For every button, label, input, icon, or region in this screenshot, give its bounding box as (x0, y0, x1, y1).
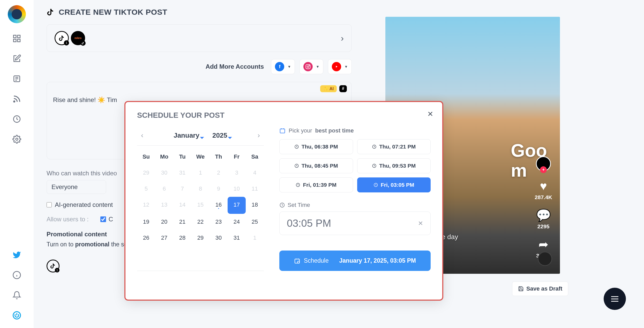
calendar-day[interactable]: 18 (246, 197, 264, 214)
allow-checkbox[interactable] (100, 216, 106, 222)
add-youtube-button[interactable]: ▼ (328, 59, 352, 74)
news-icon[interactable] (12, 74, 22, 84)
likes-stat[interactable]: ♥ 287.4K (535, 179, 552, 200)
calendar-day[interactable]: 28 (173, 230, 191, 246)
account-avatar[interactable]: mikro (71, 31, 85, 45)
clock-icon (279, 202, 285, 208)
year-select[interactable]: 2025 (212, 131, 227, 139)
calendar-day[interactable]: 29 (191, 230, 209, 246)
footer-account-avatar[interactable]: 1 (47, 260, 59, 272)
time-slot[interactable]: Thu, 09:53 PM (357, 158, 431, 173)
calendar-day: 4 (246, 165, 264, 181)
pick-best-label: best post time (315, 127, 354, 134)
power-icon[interactable] (12, 310, 22, 320)
time-slot[interactable]: Fri, 01:39 PM (279, 177, 353, 192)
calendar: ‹ January 2025 › SuMoTuWeThFrSa293031123… (137, 127, 264, 271)
svg-marker-19 (336, 66, 338, 68)
svg-rect-0 (13, 35, 16, 38)
account-avatar[interactable]: 1 (55, 31, 69, 45)
schedule-submit-button[interactable]: Schedule January 17, 2025, 03:05 PM (279, 251, 431, 271)
accounts-panel[interactable]: 1 mikro › (47, 24, 352, 52)
comment-icon: 💬 (536, 208, 551, 222)
set-time-label: Set Time (288, 202, 310, 208)
calendar-day: 12 (137, 197, 155, 214)
calendar-day[interactable]: 27 (155, 230, 173, 246)
calendar-prev-button[interactable]: ‹ (138, 130, 146, 141)
compose-icon[interactable] (12, 54, 22, 64)
preview-avatar[interactable]: + (536, 156, 551, 171)
calendar-day-head: Tu (173, 150, 191, 165)
heart-icon: ♥ (540, 179, 547, 193)
schedule-modal: SCHEDULE YOUR POST ✕ ‹ January 2025 › Su… (125, 102, 442, 300)
calendar-day[interactable]: 26 (137, 230, 155, 246)
add-instagram-button[interactable]: ▼ (299, 59, 323, 74)
calendar-day: 30 (155, 165, 173, 181)
allow-users-label: Allow users to : (47, 216, 89, 223)
chevron-down-icon: ▼ (287, 65, 291, 69)
calendar-day: 7 (173, 181, 191, 197)
calendar-day[interactable]: 30 (209, 230, 228, 246)
ai-button[interactable]: ✨ AI (320, 85, 337, 92)
add-facebook-button[interactable]: f ▼ (271, 59, 295, 74)
save-draft-button[interactable]: Save as Draft (512, 282, 568, 296)
calendar-next-button[interactable]: › (255, 130, 263, 141)
calendar-day-head: Fr (228, 150, 246, 165)
svg-point-10 (16, 138, 18, 140)
calendar-day: 1 (191, 165, 209, 181)
menu-fab[interactable] (604, 288, 626, 310)
calendar-day-head: Sa (246, 150, 264, 165)
dashboard-icon[interactable] (12, 34, 22, 43)
time-slot[interactable]: Fri, 03:05 PM (357, 177, 431, 192)
instagram-icon (303, 62, 313, 71)
month-select[interactable]: January (174, 131, 199, 139)
calendar-day-head: We (191, 150, 209, 165)
calendar-day[interactable]: 17 (228, 197, 246, 214)
add-accounts-label: Add More Accounts (206, 63, 264, 70)
calendar-day: 29 (137, 165, 155, 181)
svg-point-17 (307, 66, 309, 68)
comments-stat[interactable]: 💬 2295 (536, 208, 551, 230)
pick-label: Pick your (289, 127, 312, 134)
hashtag-button[interactable]: # (339, 85, 347, 92)
close-icon[interactable]: ✕ (427, 110, 433, 118)
time-slot[interactable]: Thu, 06:38 PM (279, 139, 353, 154)
refresh-icon[interactable] (12, 114, 22, 124)
page-title: CREATE NEW TIKTOK POST (47, 8, 352, 17)
calendar-day[interactable]: 16 (209, 197, 228, 214)
calendar-day[interactable]: 22 (191, 214, 209, 230)
bell-icon[interactable] (12, 290, 22, 300)
calendar-day[interactable]: 19 (137, 214, 155, 230)
calendar-day[interactable]: 24 (228, 214, 246, 230)
calendar-day[interactable]: 20 (155, 214, 173, 230)
app-logo[interactable] (8, 5, 26, 23)
calendar-day[interactable]: 21 (173, 214, 191, 230)
audience-select[interactable]: Everyone (47, 180, 106, 194)
calendar-day[interactable]: 31 (228, 230, 246, 246)
calendar-day[interactable]: 23 (209, 214, 228, 230)
tiktok-badge-icon (80, 41, 86, 46)
calendar-day: 1 (246, 230, 264, 246)
info-icon[interactable] (12, 270, 22, 280)
tiktok-icon (47, 8, 55, 16)
chevron-down-icon: ▼ (344, 65, 348, 69)
youtube-icon (332, 62, 341, 71)
chevron-right-icon[interactable]: › (341, 33, 344, 43)
calendar-day: 6 (155, 181, 173, 197)
avatar-badge: 1 (64, 40, 69, 45)
rss-icon[interactable] (12, 94, 22, 104)
time-slot[interactable]: Thu, 08:45 PM (279, 158, 353, 173)
ai-generated-label: AI-generated content (55, 201, 113, 208)
gear-icon[interactable] (12, 134, 22, 144)
time-slot[interactable]: Thu, 07:21 PM (357, 139, 431, 154)
clear-time-button[interactable]: ✕ (418, 220, 423, 227)
time-input[interactable]: 03:05 PM ✕ (279, 212, 431, 235)
svg-rect-3 (18, 39, 20, 42)
follow-plus-icon[interactable]: + (540, 166, 547, 173)
calendar-day: 14 (173, 197, 191, 214)
calendar-day: 13 (155, 197, 173, 214)
facebook-icon: f (275, 62, 284, 71)
twitter-icon[interactable] (12, 250, 22, 260)
ai-generated-checkbox[interactable] (47, 202, 52, 207)
music-disc-icon[interactable] (538, 252, 552, 266)
calendar-day[interactable]: 25 (246, 214, 264, 230)
